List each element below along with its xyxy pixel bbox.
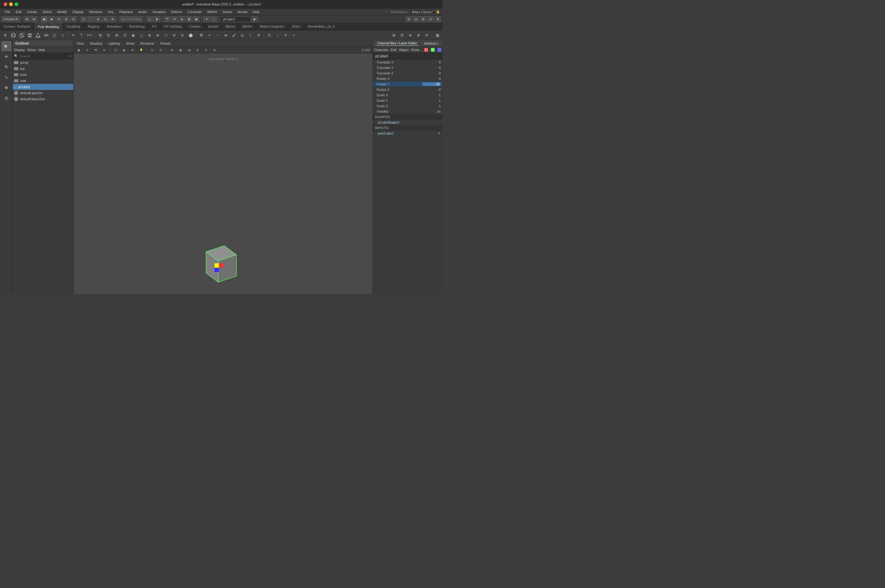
object-tab[interactable]: Object (399, 48, 409, 52)
menu-display[interactable]: Display (70, 9, 86, 14)
snap-live-btn[interactable]: ⊛ (110, 16, 116, 22)
pivot-icon[interactable]: ⊕ (406, 31, 414, 39)
torus-icon[interactable] (42, 31, 50, 39)
camera-btn[interactable]: 📷 (164, 16, 170, 22)
wrap-icon[interactable]: ⌁ (213, 31, 222, 39)
cluster-icon[interactable]: ◎ (238, 31, 246, 39)
proportional-icon[interactable]: ⊖ (423, 31, 431, 39)
snap-curve-btn[interactable]: ⌒ (87, 16, 94, 22)
outliner-item-objectset[interactable]: defaultObjectSet (13, 96, 73, 102)
parent-icon[interactable]: ↕ (273, 31, 281, 39)
outliner-menu-show[interactable]: Show (27, 48, 36, 52)
outliner-menu-help[interactable]: Help (38, 48, 45, 52)
viewport-menu-shading[interactable]: Shading (88, 41, 104, 46)
tab-bifrost[interactable]: Bifrost (222, 23, 239, 30)
menu-constrain[interactable]: Constrain (185, 9, 204, 14)
tab-renderman[interactable]: RenderMan_23_3 (304, 23, 338, 30)
vp-hud-icon[interactable]: ⊟ (157, 46, 165, 54)
close-button[interactable] (4, 2, 7, 6)
viewport-menu-view[interactable]: View (75, 41, 86, 46)
jiggle-icon[interactable]: ⌇ (246, 31, 254, 39)
search-input[interactable] (20, 54, 69, 58)
layout-4[interactable]: ⊡ (427, 16, 434, 22)
layout-right-icon[interactable]: ▦ (433, 31, 441, 39)
channel-row-scale-y[interactable]: Scale Y 1 (373, 98, 443, 103)
xform-icon[interactable]: ✛ (282, 31, 290, 39)
menu-file[interactable]: File (2, 9, 13, 14)
viewport-menu-panels[interactable]: Panels (159, 41, 173, 46)
rotate-tool[interactable]: ↻ (2, 62, 11, 72)
bridge-icon[interactable]: ⊗ (154, 31, 162, 39)
lasso-select-btn[interactable]: ◉ (48, 16, 55, 22)
channel-value-tz[interactable]: 0 (422, 71, 441, 75)
triangulate-icon[interactable]: △ (137, 31, 145, 39)
menu-playback[interactable]: Playback (117, 9, 135, 14)
vp-shaded-icon[interactable]: ◉ (120, 46, 128, 54)
cube-object[interactable] (194, 240, 242, 292)
channel-box-tab[interactable]: Channel Box / Layer Editor (375, 41, 419, 46)
paint-weights-icon[interactable]: 🖌 (230, 31, 238, 39)
transform-icon[interactable]: ⊟ (398, 31, 406, 39)
viewport-menu-lighting[interactable]: Lighting (107, 41, 122, 46)
shrinkwrap-icon[interactable]: ⊛ (255, 31, 263, 39)
vp-transform-icon[interactable]: ✛ (83, 46, 91, 54)
ipr-btn[interactable]: ▶ (154, 16, 161, 22)
vp-select-icon[interactable]: ▣ (75, 46, 83, 54)
snap-grid-btn[interactable]: ⊡ (80, 16, 87, 22)
menu-audio[interactable]: Audio (136, 9, 149, 14)
settings-btn[interactable]: ⚙ (434, 16, 441, 22)
bevel-icon[interactable]: ⬡ (162, 31, 170, 39)
snap-surface-btn[interactable]: ⊚ (102, 16, 109, 22)
layout-2[interactable]: ⊟ (413, 16, 419, 22)
cylinder-icon[interactable] (26, 31, 34, 39)
no-live-surface-btn[interactable]: No Live Surface (119, 16, 143, 22)
render-settings-btn[interactable]: ⚙ (171, 16, 178, 22)
tab-xgen[interactable]: XGen (288, 23, 304, 30)
channel-value-vis[interactable]: on (422, 110, 441, 113)
deform-icon[interactable]: ⌘ (197, 31, 205, 39)
animation-mode-dropdown[interactable]: Animation ▼ (1, 16, 20, 22)
universal-manip-tool[interactable]: ⊕ (2, 82, 11, 92)
channel-row-rotate-y[interactable]: Rotate Y 45 (373, 81, 443, 87)
channel-row-visibility[interactable]: Visibility on (373, 109, 443, 114)
vp-grid-icon[interactable]: ⊞ (168, 46, 176, 54)
square-btn[interactable]: ▪ (210, 16, 217, 22)
menu-modify[interactable]: Modify (55, 9, 69, 14)
star-icon[interactable]: ✦ (69, 31, 77, 39)
tab-poly-modeling[interactable]: Poly Modeling (34, 23, 63, 30)
skin-icon[interactable]: ⊕ (222, 31, 230, 39)
outliner-item-side[interactable]: side (13, 78, 73, 84)
mirror-icon[interactable]: ⊞ (96, 31, 104, 39)
outliner-menu-display[interactable]: Display (14, 48, 25, 52)
channel-row-rotate-x[interactable]: Rotate X 0 (373, 76, 443, 81)
color-swatch-blue[interactable] (438, 48, 441, 52)
tab-fx[interactable]: FX (149, 23, 161, 30)
soft-select-icon[interactable]: ⊗ (415, 31, 422, 39)
vp-overlay-icon[interactable]: ⊛ (194, 46, 201, 54)
selected-object-field[interactable]: pCube3 (220, 16, 251, 22)
platonic-icon[interactable]: ◇ (59, 31, 66, 39)
viewport-menu-show[interactable]: Show (124, 41, 137, 46)
tab-curves-surfaces[interactable]: Curves / Surfaces (0, 23, 34, 30)
cube-icon[interactable] (18, 31, 26, 39)
vp-viewport-icon[interactable]: ▦ (177, 46, 185, 54)
polycube1-expand[interactable]: ▼ (437, 132, 441, 135)
object-expand-btn[interactable]: ▶ (251, 16, 258, 22)
vp-light-icon[interactable]: 💡 (137, 46, 145, 54)
vp-xray-icon[interactable]: ◎ (202, 46, 210, 54)
vp-camera2-icon[interactable]: 📹 (185, 46, 193, 54)
channel-value-sx[interactable]: 1 (422, 93, 441, 97)
channel-value-sz[interactable]: 1 (422, 104, 441, 108)
snap-right-icon[interactable]: ⊞ (390, 31, 398, 39)
channel-row-rotate-z[interactable]: Rotate Z 0 (373, 87, 443, 92)
tab-fx-caching[interactable]: FX Caching (161, 23, 185, 30)
attribute-editor-tab[interactable]: Attribute I (422, 41, 440, 46)
channel-value-tx[interactable]: 0 (422, 60, 441, 64)
layout-3[interactable]: ⊠ (420, 16, 427, 22)
render-btn[interactable]: ▷ (146, 16, 153, 22)
tab-arnold[interactable]: Arnold (204, 23, 222, 30)
search-expand-icon[interactable]: ▼ (69, 54, 72, 58)
select-tool[interactable] (2, 41, 11, 51)
menu-select[interactable]: Select (40, 9, 54, 14)
fill-icon[interactable]: ⬤ (186, 31, 194, 39)
